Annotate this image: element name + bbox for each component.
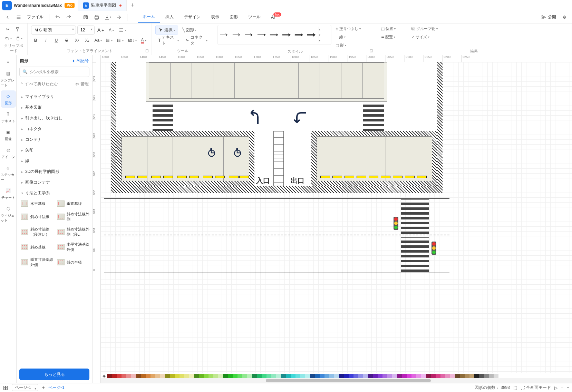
color-swatch[interactable] xyxy=(281,374,286,378)
color-swatch[interactable] xyxy=(373,374,378,378)
color-swatch[interactable] xyxy=(286,374,291,378)
presentation-button[interactable]: ▷ xyxy=(554,385,558,390)
color-swatch[interactable] xyxy=(382,374,387,378)
case-button[interactable]: Aa xyxy=(93,36,103,45)
size-button[interactable]: ⤢ サイズ xyxy=(410,33,439,41)
color-swatch[interactable] xyxy=(479,374,484,378)
text-direction-button[interactable]: ab↓ xyxy=(126,36,138,45)
more-shapes-button[interactable]: もっと見る xyxy=(19,369,89,380)
search-input[interactable] xyxy=(30,69,86,74)
color-swatch[interactable] xyxy=(469,374,474,378)
subscript-button[interactable]: X₂ xyxy=(83,36,92,45)
color-swatch[interactable] xyxy=(160,374,165,378)
color-swatch[interactable] xyxy=(300,374,305,378)
document-tab[interactable]: E 駐車場平面図 xyxy=(78,0,127,11)
color-swatch[interactable] xyxy=(397,374,402,378)
font-color-button[interactable]: A xyxy=(139,36,148,45)
menu-view[interactable]: 表示 xyxy=(206,11,224,23)
color-swatch[interactable] xyxy=(257,374,262,378)
color-swatch[interactable] xyxy=(199,374,204,378)
save-button[interactable] xyxy=(81,12,90,22)
rail-icon[interactable]: ◎アイコン xyxy=(1,144,16,161)
color-swatch[interactable] xyxy=(392,374,397,378)
rail-image[interactable]: ▣画像 xyxy=(1,126,16,144)
menu-tool[interactable]: ツール xyxy=(243,11,265,23)
color-swatch[interactable] xyxy=(378,374,382,378)
strikethrough-button[interactable]: S xyxy=(62,36,71,45)
color-swatch[interactable] xyxy=(431,374,436,378)
color-swatch[interactable] xyxy=(204,374,209,378)
underline-button[interactable]: U xyxy=(52,36,61,45)
color-swatch[interactable] xyxy=(445,374,450,378)
color-swatch[interactable] xyxy=(233,374,237,378)
shape-item[interactable]: 斜め基線 xyxy=(20,241,54,254)
group-button[interactable]: ⿻ グループ化 xyxy=(410,25,439,32)
color-swatch[interactable] xyxy=(247,374,252,378)
color-swatch[interactable] xyxy=(151,374,155,378)
shape-item[interactable]: 弧の半径 xyxy=(56,256,90,269)
font-size-select[interactable] xyxy=(77,26,95,35)
color-swatch[interactable] xyxy=(416,374,421,378)
text-tool-button[interactable]: T テキスト xyxy=(155,36,182,45)
color-swatch[interactable] xyxy=(276,374,281,378)
color-swatch[interactable] xyxy=(368,374,373,378)
ai-symbol-button[interactable]: ✦ AI記号 xyxy=(72,58,89,64)
print-button[interactable] xyxy=(92,12,101,22)
color-swatch[interactable] xyxy=(494,374,498,378)
settings-button[interactable]: ⚙ xyxy=(560,12,569,22)
italic-button[interactable]: I xyxy=(41,36,50,45)
superscript-button[interactable]: X² xyxy=(72,36,81,45)
color-swatch[interactable] xyxy=(334,374,339,378)
color-swatch[interactable] xyxy=(170,374,175,378)
shape-item[interactable]: 斜め寸法線 xyxy=(20,210,54,223)
rail-template[interactable]: ▤テンプレート xyxy=(1,68,16,90)
color-swatch[interactable] xyxy=(436,374,440,378)
zoom-in-button[interactable]: + xyxy=(567,385,569,390)
color-swatch[interactable] xyxy=(498,374,503,378)
shape-item[interactable]: 斜め寸法線（段違い） xyxy=(20,225,54,238)
color-swatch[interactable] xyxy=(189,374,194,378)
color-swatch[interactable] xyxy=(262,374,266,378)
color-swatch[interactable] xyxy=(344,374,349,378)
color-swatch[interactable] xyxy=(455,374,460,378)
color-swatch[interactable] xyxy=(141,374,146,378)
color-swatch[interactable] xyxy=(339,374,344,378)
font-family-select[interactable] xyxy=(31,26,76,35)
layers-button[interactable]: ⬚ xyxy=(513,385,517,390)
cut-button[interactable]: ✂ xyxy=(3,25,12,34)
symbol-search[interactable]: 🔍 xyxy=(19,67,89,77)
color-swatch[interactable] xyxy=(484,374,489,378)
canvas[interactable]: 入口 出口 xyxy=(101,62,572,376)
color-swatch[interactable] xyxy=(175,374,180,378)
menu-ai[interactable]: AIhot xyxy=(266,11,288,23)
color-swatch[interactable] xyxy=(122,374,126,378)
color-swatch[interactable] xyxy=(358,374,363,378)
color-swatch[interactable] xyxy=(107,374,112,378)
shape-item[interactable]: 斜め寸法線外側 xyxy=(56,210,90,223)
color-swatch[interactable] xyxy=(387,374,392,378)
color-swatch[interactable] xyxy=(126,374,131,378)
color-swatch[interactable] xyxy=(252,374,257,378)
style-group-launcher[interactable]: ◲ xyxy=(370,49,375,53)
shape-item[interactable]: 垂直基線 xyxy=(56,199,90,208)
cat-3d[interactable]: 3Dの幾何学的図形 xyxy=(17,166,92,177)
color-swatch[interactable] xyxy=(353,374,358,378)
publish-button[interactable]: 公開 xyxy=(539,14,558,20)
color-swatch[interactable] xyxy=(320,374,324,378)
color-swatch[interactable] xyxy=(421,374,426,378)
color-picker-icon[interactable]: ◈ xyxy=(101,373,107,378)
color-swatch[interactable] xyxy=(402,374,407,378)
color-swatch[interactable] xyxy=(363,374,368,378)
color-swatch[interactable] xyxy=(146,374,151,378)
cat-callout[interactable]: 引き出し、吹き出し xyxy=(17,113,92,124)
color-swatch[interactable] xyxy=(489,374,494,378)
color-swatch[interactable] xyxy=(112,374,117,378)
increase-font-button[interactable]: A+ xyxy=(96,26,105,35)
color-palette[interactable]: ◈ xyxy=(101,373,572,378)
paste-button[interactable] xyxy=(14,34,24,43)
color-swatch[interactable] xyxy=(407,374,411,378)
fill-button[interactable]: ◇ 塗りつぶし xyxy=(334,25,362,32)
color-swatch[interactable] xyxy=(228,374,233,378)
export-button[interactable] xyxy=(103,12,113,22)
cat-arrow[interactable]: 矢印 xyxy=(17,145,92,156)
